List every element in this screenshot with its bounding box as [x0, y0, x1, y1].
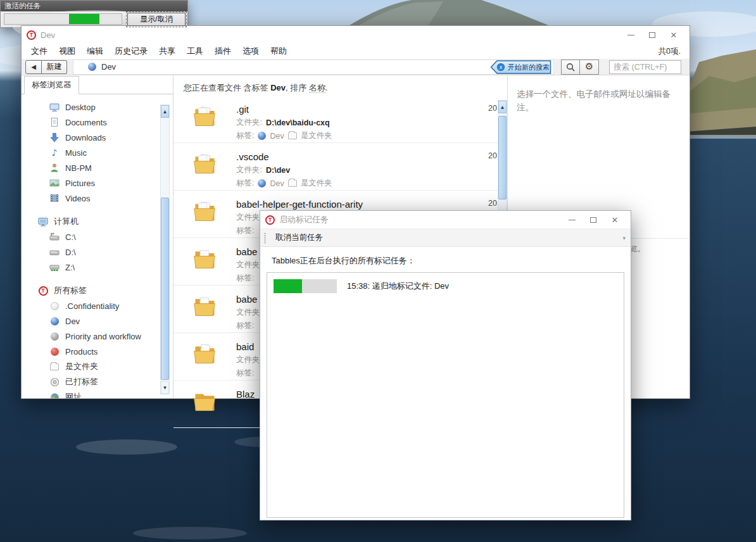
start-new-search-label: 开始新的搜索: [508, 63, 550, 71]
documents-icon: [49, 117, 60, 127]
music-icon: ♪: [49, 148, 60, 158]
task-row[interactable]: 15:38: 递归地标记文件: Dev: [274, 279, 617, 293]
marquee-progress-block: [69, 14, 99, 24]
menu-tools[interactable]: 工具: [181, 44, 209, 59]
sidebar-item-urls[interactable]: 网址: [22, 389, 173, 398]
sidebar-item-computer[interactable]: 计算机: [22, 214, 173, 229]
tab-dev[interactable]: Dev: [73, 60, 125, 74]
folder-icon: [191, 341, 218, 367]
start-new-search-button[interactable]: x 开始新的搜索: [490, 60, 551, 74]
file-name: .vscode: [236, 151, 332, 162]
dialog-toolbar: 取消当前任务 ▾: [260, 229, 631, 247]
maximize-button[interactable]: [641, 27, 663, 42]
dialog-maximize-button[interactable]: [583, 212, 604, 227]
file-name: babel-helper-get-function-arity: [236, 199, 363, 210]
search-files-button[interactable]: [561, 60, 580, 75]
user-icon: [49, 163, 60, 173]
file-scroll-thumb[interactable]: [498, 116, 507, 199]
scroll-up-icon[interactable]: ▲: [161, 105, 169, 118]
menu-plugins[interactable]: 插件: [209, 44, 237, 59]
sidebar-item-desktop[interactable]: Desktop: [22, 99, 173, 115]
sidebar-item-videos[interactable]: Videos: [22, 191, 173, 206]
back-button[interactable]: ◀: [25, 60, 42, 74]
menu-edit[interactable]: 编辑: [81, 44, 109, 59]
sidebar-scroll-thumb[interactable]: [161, 198, 169, 380]
show-cancel-button[interactable]: 显示/取消: [127, 13, 186, 26]
drive-z-icon: [49, 262, 60, 272]
sidebar-item-drive-d[interactable]: D:\: [22, 244, 173, 260]
tag-label[interactable]: Dev: [270, 179, 284, 188]
dialog-titlebar[interactable]: T 启动标记任务 ✕: [260, 211, 631, 229]
sidebar-tree: Desktop Documents Downloads ♪ Music: [22, 94, 173, 398]
dialog-title: 启动标记任务: [279, 214, 329, 225]
file-date: 20: [488, 199, 497, 208]
sidebar-item-documents[interactable]: Documents: [22, 115, 173, 130]
globe-icon: [49, 392, 60, 398]
sidebar-item-pictures[interactable]: Pictures: [22, 175, 173, 191]
file-row-vscode[interactable]: .vscode 文件夹:D:\dev 标签: Dev 是文件夹 20: [173, 143, 507, 191]
file-path: D:\dev: [266, 166, 290, 175]
toolbar: ◀ 新建 Dev x 开始新的搜索: [22, 59, 690, 75]
sidebar-item-confidentiality[interactable]: .Confidentiality: [22, 298, 173, 313]
pictures-icon: [49, 178, 60, 188]
sidebar-item-downloads[interactable]: Downloads: [22, 130, 173, 145]
menu-view[interactable]: 视图: [53, 44, 81, 59]
file-row-git[interactable]: .git 文件夹:D:\dev\baidu-cxq 标签: Dev 是文件夹 2…: [173, 96, 507, 143]
menu-share[interactable]: 共享: [153, 44, 181, 59]
toolbar-overflow-icon[interactable]: ▾: [622, 235, 626, 241]
tabbles-logo-icon: T: [38, 286, 48, 296]
folder-tag-icon: [288, 180, 297, 187]
sidebar-item-tagged[interactable]: 已打标签: [22, 374, 173, 389]
search-input[interactable]: [609, 60, 681, 74]
sidebar-item-dev[interactable]: Dev: [22, 313, 173, 329]
tab-tag-browser[interactable]: 标签浏览器: [24, 76, 79, 94]
dialog-close-button[interactable]: ✕: [604, 212, 626, 227]
new-tab-button[interactable]: 新建: [42, 60, 67, 74]
scroll-down-icon[interactable]: ▼: [161, 381, 169, 394]
menu-options[interactable]: 选项: [237, 44, 265, 59]
tabbles-logo-icon: T: [265, 215, 275, 225]
folder-tag-icon: [49, 362, 60, 372]
sidebar-item-drive-c[interactable]: C:\: [22, 229, 173, 244]
menu-history[interactable]: 历史记录: [109, 44, 153, 59]
tag-label[interactable]: 是文件夹: [301, 130, 332, 141]
sidebar-item-products[interactable]: Products: [22, 344, 173, 359]
tab-label: Dev: [101, 62, 116, 72]
minimize-button[interactable]: [620, 27, 641, 42]
scroll-up-icon[interactable]: ▲: [498, 101, 507, 113]
sidebar-item-is-folder[interactable]: 是文件夹: [22, 359, 173, 374]
drive-c-icon: [49, 232, 60, 242]
sidebar-item-priority-workflow[interactable]: Priority and workflow: [22, 329, 173, 344]
close-button[interactable]: ✕: [663, 27, 684, 42]
minimize-icon: [569, 220, 576, 220]
gear-icon: ⚙: [585, 62, 593, 72]
tag-blue-icon: [258, 179, 266, 187]
desktop-background: T Dev ✕ 文件 视图 编辑 历史记录 共享 工具 插件 选项 帮助 共0项…: [0, 0, 756, 542]
videos-icon: [49, 193, 60, 203]
task-list: 15:38: 递归地标记文件: Dev: [267, 272, 624, 518]
tag-label[interactable]: Dev: [270, 132, 284, 141]
tag-white-icon: [49, 301, 60, 311]
sidebar-tag-browser: 标签浏览器 Desktop Documents Downloads: [22, 75, 173, 398]
search-settings-button[interactable]: ⚙: [580, 60, 599, 75]
sidebar-item-music[interactable]: ♪ Music: [22, 145, 173, 160]
cancel-current-task-button[interactable]: 取消当前任务: [272, 230, 327, 246]
menu-help[interactable]: 帮助: [265, 44, 293, 59]
window-title: Dev: [41, 30, 55, 40]
tag-label[interactable]: 是文件夹: [301, 178, 332, 189]
file-name: babe: [236, 294, 262, 305]
sidebar-item-nb-pm[interactable]: NB-PM: [22, 160, 173, 175]
sort-by-name-link[interactable]: 名称: [309, 83, 325, 93]
dialog-minimize-button[interactable]: [561, 212, 583, 227]
file-name: baid: [236, 341, 262, 352]
menu-file[interactable]: 文件: [25, 44, 53, 59]
sidebar-item-drive-z[interactable]: Z:\: [22, 260, 173, 275]
file-date: 20: [488, 151, 497, 160]
folder-icon: [191, 389, 218, 414]
sidebar-scrollbar[interactable]: ▲ ▼: [160, 104, 170, 394]
maximize-icon: [590, 217, 596, 223]
folder-icon: [191, 104, 218, 129]
folder-icon: [191, 151, 218, 177]
sidebar-item-all-tags[interactable]: T 所有标签: [22, 283, 173, 298]
main-titlebar[interactable]: T Dev ✕: [22, 26, 690, 44]
